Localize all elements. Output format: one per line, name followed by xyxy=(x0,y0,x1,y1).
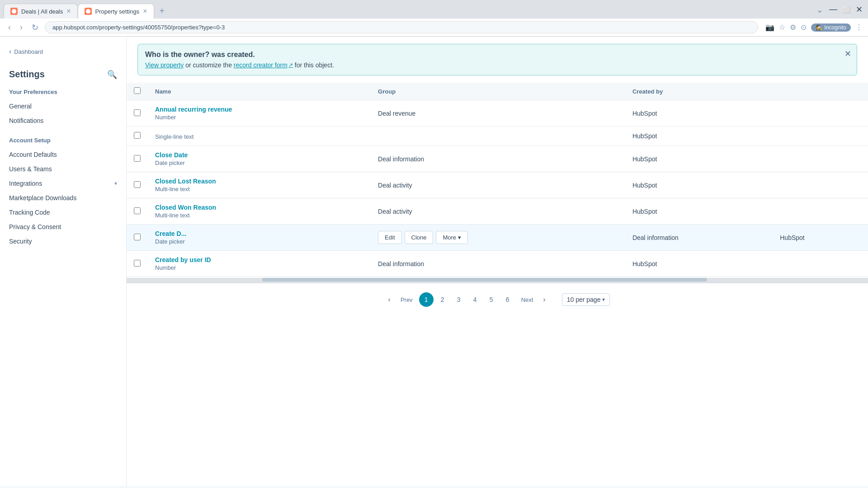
properties-table: Name Group Created by Annual recurring r… xyxy=(127,83,868,277)
header-actions xyxy=(773,83,868,100)
row-checkbox[interactable] xyxy=(134,260,141,267)
notification-body: View property or customize the record cr… xyxy=(145,61,849,69)
row-checkbox[interactable] xyxy=(134,207,141,214)
address-bar[interactable]: app.hubspot.com/property-settings/400557… xyxy=(45,21,758,33)
property-name-create-d[interactable]: Create D... xyxy=(155,230,363,237)
page-button-6[interactable]: 6 xyxy=(500,293,515,306)
browser-toolbar-icons: 📷 ☆ ⚙ ⊙ 🕵 Incognito ⋮ xyxy=(765,23,863,32)
camera-off-icon[interactable]: 📷 xyxy=(765,23,774,32)
property-name-created-by-user-id[interactable]: Created by user ID xyxy=(155,256,363,263)
window-close-icon[interactable]: ✕ xyxy=(856,5,863,14)
property-type: Single-line text xyxy=(155,133,363,140)
prev-arrow-icon[interactable]: ‹ xyxy=(385,294,394,305)
pagination: ‹ Prev 1 2 3 4 5 6 Next › 10 per page ▾ xyxy=(127,283,868,316)
next-arrow-icon[interactable]: › xyxy=(539,294,549,305)
window-maximize-icon[interactable]: ⬜ xyxy=(843,6,850,13)
view-property-link[interactable]: View property xyxy=(145,61,184,69)
property-name-annual-recurring-revenue[interactable]: Annual recurring revenue xyxy=(155,106,363,113)
account-defaults-label: Account Defaults xyxy=(9,151,57,158)
profile-icon[interactable]: ⊙ xyxy=(801,23,807,32)
row-actions-cell xyxy=(773,172,868,198)
sidebar-item-privacy-consent[interactable]: Privacy & Consent xyxy=(0,220,126,234)
sidebar-item-tracking-code[interactable]: Tracking Code xyxy=(0,205,126,220)
row-checkbox-cell xyxy=(127,225,148,251)
dashboard-button[interactable]: ‹ Dashboard xyxy=(9,46,117,57)
tab-property-settings[interactable]: Property settings × xyxy=(78,4,154,19)
row-group-cell: Deal activity xyxy=(371,198,625,225)
row-checkbox[interactable] xyxy=(134,234,141,240)
property-created-by: HubSpot xyxy=(632,132,657,140)
property-group: Deal information xyxy=(378,155,424,163)
row-name-cell: Closed Won Reason Multi-line text xyxy=(148,198,371,225)
row-name-cell: Single-line text xyxy=(148,127,371,146)
tab-deals-close[interactable]: × xyxy=(66,8,71,15)
property-name-close-date[interactable]: Close Date xyxy=(155,151,363,159)
reload-button[interactable]: ↻ xyxy=(29,22,41,33)
page-button-2[interactable]: 2 xyxy=(435,293,450,306)
incognito-badge: 🕵 Incognito xyxy=(811,23,851,32)
scrollbar-thumb[interactable] xyxy=(262,278,707,282)
sidebar-search-icon[interactable]: 🔍 xyxy=(107,70,117,80)
sidebar-item-security[interactable]: Security xyxy=(0,234,126,249)
notification-body-suffix: for this object. xyxy=(295,61,334,69)
property-group: Deal revenue xyxy=(378,110,415,117)
property-created-by: HubSpot xyxy=(632,155,657,163)
incognito-icon: 🕵 xyxy=(816,24,822,31)
row-checkbox[interactable] xyxy=(134,109,141,116)
tab-property-settings-close[interactable]: × xyxy=(143,8,147,15)
sidebar-item-account-defaults[interactable]: Account Defaults xyxy=(0,147,126,162)
notification-close-button[interactable]: ✕ xyxy=(844,50,851,58)
notification-banner: ✕ Who is the owner? was created. View pr… xyxy=(137,44,857,75)
extensions-icon[interactable]: ⚙ xyxy=(790,23,796,32)
sidebar-item-marketplace-downloads[interactable]: Marketplace Downloads xyxy=(0,191,126,205)
row-group-cell xyxy=(371,127,625,146)
prev-button[interactable]: Prev xyxy=(396,294,417,306)
sidebar-item-integrations[interactable]: Integrations ▾ xyxy=(0,176,126,191)
row-checkbox-cell xyxy=(127,172,148,198)
window-chevron-down-icon[interactable]: ⌄ xyxy=(816,4,824,15)
page-button-5[interactable]: 5 xyxy=(484,293,499,306)
general-label: General xyxy=(9,103,32,110)
properties-table-container: Name Group Created by Annual recurring r… xyxy=(127,83,868,277)
more-chevron-icon: ▾ xyxy=(458,234,461,241)
row-checkbox-cell xyxy=(127,198,148,225)
menu-icon[interactable]: ⋮ xyxy=(855,23,863,32)
horizontal-scrollbar[interactable] xyxy=(127,278,868,283)
sidebar-section-preferences: Your Preferences General Notifications xyxy=(0,80,126,128)
row-checkbox[interactable] xyxy=(134,132,141,139)
forward-button[interactable]: › xyxy=(17,22,25,33)
tab-property-settings-title: Property settings xyxy=(95,8,140,15)
back-button[interactable]: ‹ xyxy=(5,22,14,33)
page-button-3[interactable]: 3 xyxy=(452,293,466,306)
bookmark-icon[interactable]: ☆ xyxy=(779,23,785,32)
row-checkbox[interactable] xyxy=(134,181,141,188)
row-name-cell: Close Date Date picker xyxy=(148,146,371,172)
row-checkbox-cell xyxy=(127,127,148,146)
per-page-selector[interactable]: 10 per page ▾ xyxy=(562,293,610,306)
property-name-closed-lost-reason[interactable]: Closed Lost Reason xyxy=(155,178,363,185)
back-arrow-icon: ‹ xyxy=(9,47,11,56)
edit-button[interactable]: Edit xyxy=(378,231,401,244)
next-button[interactable]: Next xyxy=(517,294,538,306)
window-minimize-icon[interactable]: — xyxy=(829,5,837,14)
account-setup-title: Account Setup xyxy=(0,135,126,147)
new-tab-button[interactable]: + xyxy=(156,4,169,18)
row-checkbox[interactable] xyxy=(134,155,141,162)
select-all-checkbox[interactable] xyxy=(134,87,141,94)
row-name-cell: Created by user ID Number xyxy=(148,251,371,277)
record-creator-form-link[interactable]: record creator form ↗ xyxy=(234,61,293,69)
table-row: Single-line text HubSpot xyxy=(127,127,868,146)
page-button-4[interactable]: 4 xyxy=(468,293,482,306)
sidebar-item-users-teams[interactable]: Users & Teams xyxy=(0,162,126,176)
sidebar-item-notifications[interactable]: Notifications xyxy=(0,113,126,128)
property-name-closed-won-reason[interactable]: Closed Won Reason xyxy=(155,204,363,211)
page-button-1[interactable]: 1 xyxy=(419,292,434,307)
sidebar-item-general[interactable]: General xyxy=(0,99,126,113)
more-button[interactable]: More ▾ xyxy=(436,231,468,244)
tab-deals[interactable]: Deals | All deals × xyxy=(4,4,78,19)
action-buttons: Edit Clone More ▾ xyxy=(378,231,618,244)
sidebar: ‹ Dashboard Settings 🔍 Your Preferences … xyxy=(0,37,127,486)
row-created-cell: HubSpot xyxy=(625,198,773,225)
clone-button[interactable]: Clone xyxy=(405,231,434,244)
dashboard-label: Dashboard xyxy=(14,48,43,55)
